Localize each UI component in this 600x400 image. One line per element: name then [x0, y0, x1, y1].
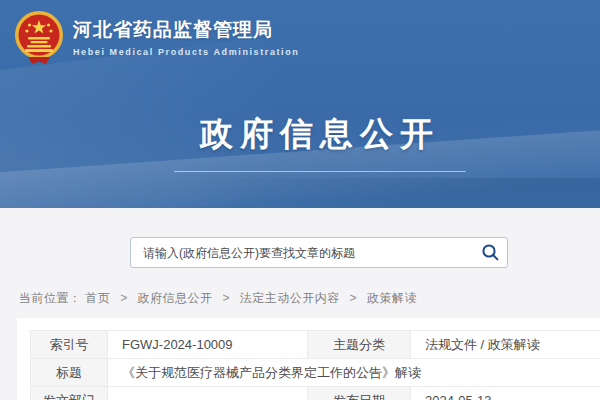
breadcrumb-item-home[interactable]: 首页	[85, 291, 110, 305]
national-emblem-icon	[14, 8, 64, 68]
field-value-publish-date: 2024-05-13	[411, 387, 600, 400]
table-row: 标题 《关于规范医疗器械产品分类界定工作的公告》解读	[31, 359, 600, 387]
field-label-issuing-department: 发文部门	[31, 387, 108, 400]
document-info-table: 索引号 FGWJ-2024-10009 主题分类 法规文件 / 政策解读 标题 …	[30, 330, 600, 400]
search-input[interactable]	[131, 246, 473, 260]
table-row: 发文部门 发布日期 2024-05-13	[31, 387, 600, 400]
search-bar	[130, 237, 508, 268]
field-label-publish-date: 发布日期	[308, 387, 411, 400]
field-value-index-number: FGWJ-2024-10009	[108, 331, 308, 359]
breadcrumb-item-gov-info[interactable]: 政府信息公开	[138, 291, 213, 305]
banner-dark-wave	[180, 178, 600, 208]
breadcrumb-separator: >	[120, 291, 128, 305]
page-title: 政府信息公开	[20, 112, 600, 157]
field-value-subject-category: 法规文件 / 政策解读	[411, 331, 600, 359]
field-label-title: 标题	[31, 359, 108, 387]
site-title: 河北省药品监督管理局	[73, 19, 299, 42]
content-panel: 索引号 FGWJ-2024-10009 主题分类 法规文件 / 政策解读 标题 …	[17, 318, 600, 400]
field-value-title: 《关于规范医疗器械产品分类界定工作的公告》解读	[108, 359, 600, 387]
field-label-index-number: 索引号	[31, 331, 108, 359]
breadcrumb-item-statutory-disclosure[interactable]: 法定主动公开内容	[240, 291, 340, 305]
field-label-subject-category: 主题分类	[308, 331, 411, 359]
breadcrumb-separator: >	[222, 291, 230, 305]
banner-divider	[174, 171, 466, 172]
search-button[interactable]	[473, 238, 507, 267]
site-header[interactable]: 河北省药品监督管理局 Hebei Medical Products Admini…	[14, 8, 299, 68]
breadcrumb-item-policy-interpretation[interactable]: 政策解读	[367, 291, 417, 305]
search-icon	[481, 243, 500, 262]
table-row: 索引号 FGWJ-2024-10009 主题分类 法规文件 / 政策解读	[31, 331, 600, 359]
site-title-english: Hebei Medical Products Administration	[73, 47, 299, 57]
breadcrumb-label: 当前位置：	[19, 291, 82, 305]
field-value-issuing-department	[108, 387, 308, 400]
breadcrumb: 当前位置： 首页 > 政府信息公开 > 法定主动公开内容 > 政策解读	[19, 290, 417, 307]
header-banner-background: 河北省药品监督管理局 Hebei Medical Products Admini…	[0, 0, 600, 208]
breadcrumb-separator: >	[350, 291, 358, 305]
